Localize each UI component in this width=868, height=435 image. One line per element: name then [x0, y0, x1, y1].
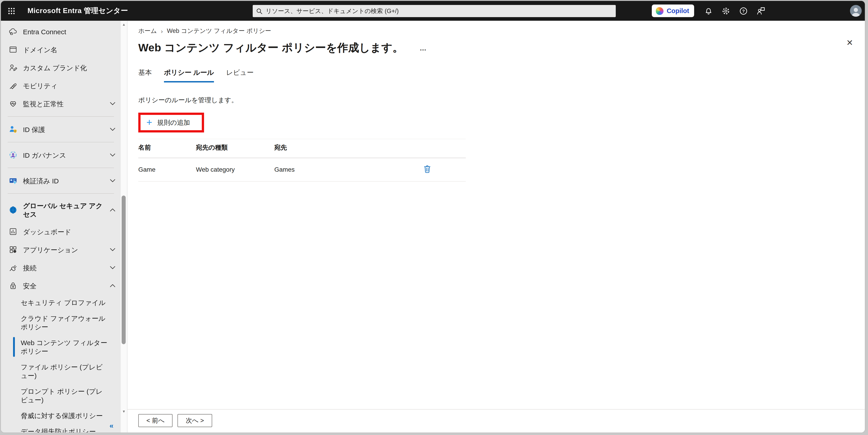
annotation-highlight-box: + 規則の追加: [138, 113, 204, 132]
rules-description: ポリシーのルールを管理します。: [138, 96, 865, 104]
feedback-button[interactable]: [752, 1, 770, 21]
add-rule-button[interactable]: + 規則の追加: [141, 115, 202, 130]
sidebar-subitem-data-loss-prevention-policies[interactable]: データ損失防止ポリシー: [1, 424, 121, 433]
topbar-actions: Copilot ?: [652, 1, 862, 21]
sidebar-item-label: データ損失防止ポリシー: [21, 427, 109, 433]
sidebar-item-applications[interactable]: アプリケーション: [1, 241, 121, 259]
content-pane: ホーム › Web コンテンツ フィルター ポリシー Web コンテンツ フィル…: [127, 21, 865, 433]
search-input[interactable]: [266, 8, 612, 14]
sidebar-item-label: 安全: [23, 281, 110, 290]
chevron-down-icon: [110, 153, 115, 157]
browser-window: Microsoft Entra 管理センター Copilot: [1, 1, 865, 433]
overflow-menu-button[interactable]: …: [420, 44, 427, 52]
sidebar-list: Entra Connect ドメイン名: [1, 21, 121, 433]
sidebar-item-connections[interactable]: 接続: [1, 259, 121, 277]
sidebar-divider: [8, 193, 114, 194]
sidebar-item-label: カスタム ブランド化: [23, 63, 110, 72]
column-header-destination: 宛先: [274, 139, 424, 158]
chevron-down-icon: [110, 266, 115, 270]
sidebar-collapse-button[interactable]: «: [110, 422, 114, 430]
sidebar-divider: [8, 142, 114, 143]
topbar-spacer: [770, 10, 850, 11]
person-edit-icon: [8, 63, 18, 72]
sidebar-item-label: 検証済み ID: [23, 176, 110, 185]
trash-icon: [424, 165, 431, 174]
heart-pulse-icon: [8, 99, 18, 108]
chevron-down-icon: [110, 179, 115, 183]
sidebar-item-monitoring-health[interactable]: 監視と正常性: [1, 95, 121, 113]
sidebar-subitem-cloud-firewall-policies[interactable]: クラウド ファイアウォール ポリシー: [1, 310, 121, 335]
notifications-button[interactable]: [700, 1, 717, 21]
sidebar-item-label: 監視と正常性: [23, 99, 110, 108]
sidebar-subitem-web-content-filter-policies[interactable]: Web コンテンツ フィルター ポリシー: [1, 335, 121, 359]
help-icon: ?: [739, 6, 748, 15]
sidebar-item-global-secure-access[interactable]: グローバル セキュア アクセス: [1, 197, 121, 223]
column-header-actions: [424, 143, 466, 154]
copilot-button[interactable]: Copilot: [652, 4, 694, 17]
sidebar-item-id-protection[interactable]: ID 保護: [1, 120, 121, 138]
breadcrumb-current[interactable]: Web コンテンツ フィルター ポリシー: [167, 27, 271, 35]
mobility-icon: [8, 81, 18, 90]
scroll-down-arrow[interactable]: ▼: [121, 409, 127, 413]
tab-basics[interactable]: 基本: [138, 68, 152, 83]
copilot-label: Copilot: [666, 7, 689, 14]
verified-id-icon: [8, 176, 18, 185]
sidebar-item-label: 脅威に対する保護ポリシー: [21, 411, 109, 420]
avatar-person-icon: [850, 6, 862, 17]
scroll-up-arrow[interactable]: ▲: [121, 23, 127, 27]
sidebar-item-custom-branding[interactable]: カスタム ブランド化: [1, 59, 121, 76]
delete-rule-button[interactable]: [424, 165, 431, 174]
sidebar-item-id-governance[interactable]: ID ガバナンス: [1, 146, 121, 164]
cell-destination: Games: [274, 159, 424, 181]
sidebar-item-label: ID 保護: [23, 125, 110, 133]
sidebar-item-label: ダッシュボード: [23, 227, 110, 236]
main-row: Entra Connect ドメイン名: [1, 21, 865, 433]
top-bar: Microsoft Entra 管理センター Copilot: [1, 1, 865, 21]
lock-icon: [8, 281, 18, 290]
sidebar-item-label: Entra Connect: [23, 27, 110, 36]
sidebar-item-entra-connect[interactable]: Entra Connect: [1, 23, 121, 40]
window-icon: [8, 45, 18, 54]
table-row[interactable]: Game Web category Games: [138, 158, 466, 182]
column-header-destination-type: 宛先の種類: [196, 139, 274, 158]
scrollbar-thumb[interactable]: [122, 195, 126, 344]
sidebar-subitem-file-policies-preview[interactable]: ファイル ポリシー (プレビュー): [1, 359, 121, 383]
sidebar-item-label: アプリケーション: [23, 245, 110, 254]
sidebar-item-verified-id[interactable]: 検証済み ID: [1, 172, 121, 190]
sidebar-subitem-prompt-policies-preview[interactable]: プロンプト ポリシー (プレビュー): [1, 383, 121, 408]
sidebar-scrollbar[interactable]: ▲ ▼: [121, 21, 127, 433]
sidebar-item-mobility[interactable]: モビリティ: [1, 76, 121, 95]
sidebar-item-domain-names[interactable]: ドメイン名: [1, 40, 121, 59]
app-launcher-button[interactable]: [1, 1, 22, 21]
sidebar-item-label: プロンプト ポリシー (プレビュー): [21, 387, 109, 404]
sidebar: Entra Connect ドメイン名: [1, 21, 121, 433]
rules-table: 名前 宛先の種類 宛先 Game Web category Games: [138, 139, 466, 182]
wizard-footer: < 前へ 次へ >: [127, 409, 865, 433]
sidebar-item-dashboard[interactable]: ダッシュボード: [1, 223, 121, 241]
table-header-row: 名前 宛先の種類 宛先: [138, 139, 466, 158]
global-search[interactable]: [253, 5, 616, 17]
search-icon: [256, 8, 262, 14]
sidebar-subitem-threat-protection-policies[interactable]: 脅威に対する保護ポリシー: [1, 408, 121, 424]
tab-review[interactable]: レビュー: [226, 68, 254, 83]
sidebar-divider: [8, 116, 114, 117]
next-button[interactable]: 次へ >: [178, 414, 212, 427]
breadcrumb-home[interactable]: ホーム: [138, 27, 157, 35]
help-button[interactable]: ?: [735, 1, 752, 21]
tab-policy-rules[interactable]: ポリシー ルール: [164, 68, 214, 83]
account-avatar[interactable]: [850, 5, 862, 17]
sidebar-item-label: ファイル ポリシー (プレビュー): [21, 363, 109, 380]
close-icon[interactable]: ✕: [846, 39, 853, 47]
sidebar-subitem-security-profiles[interactable]: セキュリティ プロファイル: [1, 294, 121, 310]
sidebar-item-security[interactable]: 安全: [1, 277, 121, 294]
globe-icon: [8, 206, 18, 214]
dashboard-icon: [8, 227, 18, 236]
cloud-sync-icon: [8, 27, 18, 36]
sidebar-item-label: 接続: [23, 263, 110, 272]
sidebar-item-label: クラウド ファイアウォール ポリシー: [21, 314, 109, 331]
app-title[interactable]: Microsoft Entra 管理センター: [28, 6, 128, 15]
settings-button[interactable]: [717, 1, 735, 21]
previous-button[interactable]: < 前へ: [138, 414, 173, 427]
feedback-icon: [757, 6, 765, 15]
sidebar-item-label: セキュリティ プロファイル: [21, 298, 109, 307]
